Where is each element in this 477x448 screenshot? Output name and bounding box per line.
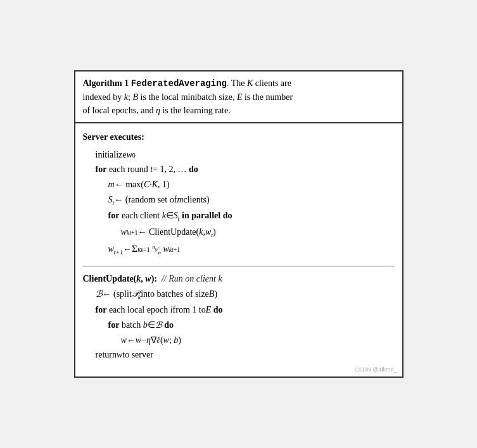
algorithm-desc-3: of local epochs, and η is the learning r… <box>83 106 231 115</box>
server-line-st: St ← (random set of m clients) <box>83 192 395 208</box>
client-title: ClientUpdate(k, w): // Run on client k <box>83 271 395 287</box>
section-divider <box>83 266 395 266</box>
client-line-batch: ℬ ← (split 𝒫k into batches of size B) <box>83 287 395 302</box>
server-line-update-w: wkt+1 ← ClientUpdate(k, wt) <box>83 225 395 240</box>
algorithm-container: Algorithm 1 FederatedAveraging. The K cl… <box>74 70 404 378</box>
server-line-for: for each round t = 1, 2, … do <box>83 162 395 177</box>
algorithm-body: Server executes: initialize w0 for each … <box>75 123 402 376</box>
client-line-return: return w to server <box>83 347 395 363</box>
algorithm-desc-2: indexed by k; B is the local minibatch s… <box>83 92 293 102</box>
watermark: CSDN @idkmn_ <box>355 366 397 373</box>
server-line-aggregate: wt+1 ← ΣKk=1 nk⁄n wkt+1 <box>83 240 395 258</box>
algorithm-name: FederatedAveraging <box>131 78 227 89</box>
server-title: Server executes: <box>83 130 395 145</box>
server-line-for-client: for each client k ∈ St in parallel do <box>83 208 395 224</box>
client-section: ClientUpdate(k, w): // Run on client k ℬ… <box>83 271 395 363</box>
server-section: Server executes: initialize w0 for each … <box>83 130 395 258</box>
algorithm-label: Algorithm 1 <box>83 78 131 88</box>
algorithm-header: Algorithm 1 FederatedAveraging. The K cl… <box>75 72 402 123</box>
server-line-m: m ← max(C · K, 1) <box>83 177 395 192</box>
client-line-gradient: w ← w − η∇ℓ(w; b) <box>83 333 395 348</box>
client-line-epoch-for: for each local epoch i from 1 to E do <box>83 302 395 318</box>
algorithm-desc-1: . The K clients are <box>227 78 291 88</box>
client-line-batch-for: for batch b ∈ ℬ do <box>83 318 395 333</box>
server-line-init: initialize w0 <box>83 147 395 163</box>
